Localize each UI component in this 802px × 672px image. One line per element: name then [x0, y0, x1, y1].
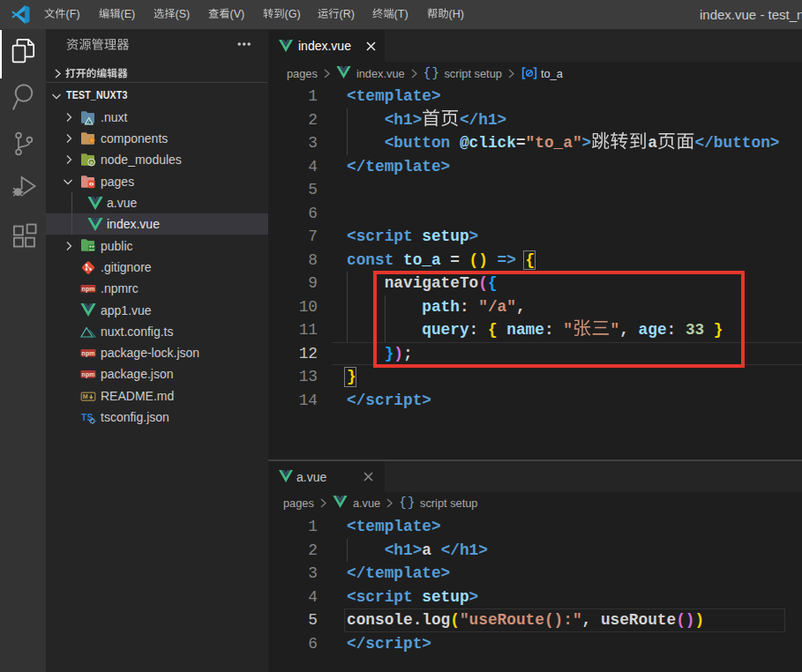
- svg-text:js: js: [89, 161, 94, 165]
- svg-text:npm: npm: [82, 286, 95, 293]
- svg-text:TS: TS: [81, 412, 93, 422]
- svg-text:M: M: [83, 393, 88, 399]
- svg-text:npm: npm: [82, 350, 95, 357]
- svg-text:npm: npm: [82, 371, 95, 378]
